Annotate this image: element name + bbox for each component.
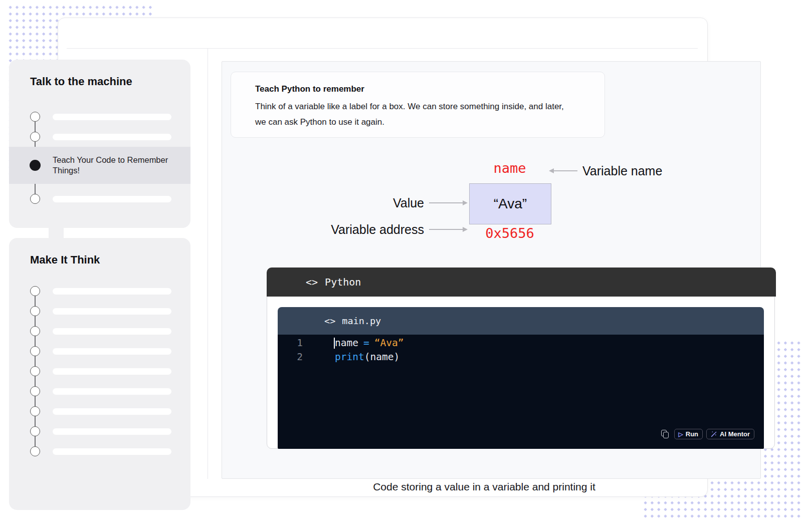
token-operator: = (363, 337, 369, 349)
ai-mentor-button-label: AI Mentor (720, 430, 750, 438)
stepper-placeholder-pill (53, 348, 171, 355)
step-circle-icon (30, 406, 40, 416)
code-text: name=“Ava” (303, 336, 404, 350)
step-circle-filled-icon (30, 160, 41, 171)
step-circle-icon (30, 306, 40, 316)
stepper-placeholder-pill (53, 408, 171, 415)
sidebar-section-make-it-think: Make It Think (9, 238, 190, 510)
code-editor-card: <> Python <> main.py 1 name=“Ava” 2 prin… (267, 268, 775, 449)
step-circle-icon (30, 426, 40, 436)
code-text: print(name) (303, 350, 399, 364)
editor-pane: <> main.py 1 name=“Ava” 2 print(name) ▷ … (278, 307, 764, 449)
token-arguments: (name) (364, 351, 399, 363)
editor-file-name: main.py (342, 316, 381, 326)
variable-name-arrow-icon (553, 170, 577, 171)
stepper-item[interactable] (9, 421, 190, 441)
lesson-card-body-line1: Think of a variable like a label for a b… (255, 99, 580, 114)
value-arrow-icon (429, 202, 463, 203)
stepper: Teach Your Code to Remember Things! (9, 107, 190, 209)
step-circle-icon (30, 346, 40, 356)
stepper-item[interactable] (9, 321, 190, 341)
stepper-placeholder-pill (53, 388, 171, 395)
run-button[interactable]: ▷ Run (674, 429, 703, 439)
code-line: 1 name=“Ava” (278, 336, 764, 350)
token-function: print (335, 351, 364, 363)
step-circle-icon (30, 132, 40, 142)
variable-value-box: “Ava” (469, 183, 551, 224)
ai-mentor-button[interactable]: AI Mentor (706, 429, 754, 439)
stepper-placeholder-pill (53, 428, 171, 435)
stepper-placeholder-pill (53, 308, 171, 315)
code-area[interactable]: 1 name=“Ava” 2 print(name) ▷ Run (278, 335, 764, 449)
stepper-item[interactable] (9, 281, 190, 301)
step-circle-icon (30, 386, 40, 396)
step-circle-icon (30, 366, 40, 376)
variable-address-label: Variable address (331, 222, 424, 237)
line-number: 2 (278, 350, 303, 364)
sidebar-section-talk-to-the-machine: Talk to the machine Teach Your Code to R… (9, 60, 190, 228)
address-arrow-icon (429, 229, 463, 230)
lesson-card-body-line2: we can ask Python to use it again. (255, 114, 580, 130)
stepper-placeholder-pill (53, 288, 171, 295)
stepper-item[interactable] (9, 127, 190, 147)
content-vertical-divider (208, 48, 208, 479)
step-circle-icon (30, 446, 40, 456)
token-string: “Ava” (374, 337, 404, 349)
stepper-item[interactable] (9, 381, 190, 401)
variable-value-text: “Ava” (494, 196, 527, 212)
variable-address-text: 0x5656 (465, 225, 555, 241)
window-header-divider (67, 48, 698, 49)
step-circle-icon (30, 194, 40, 204)
stepper-item[interactable] (9, 401, 190, 421)
stepper-placeholder-pill (53, 448, 171, 455)
code-brackets-icon: <> (324, 316, 335, 326)
stepper-item[interactable] (9, 107, 190, 127)
stepper-item[interactable] (9, 189, 190, 209)
step-circle-icon (30, 326, 40, 336)
variable-name-text: name (465, 160, 555, 176)
lesson-card-title: Teach Python to remember (255, 84, 580, 94)
stepper-placeholder-pill (53, 196, 171, 202)
editor-actions: ▷ Run AI Mentor (661, 429, 754, 439)
token-variable: name (335, 337, 358, 349)
stepper-item[interactable] (9, 301, 190, 321)
step-circle-icon (30, 112, 40, 122)
stepper-item-active[interactable]: Teach Your Code to Remember Things! (9, 147, 190, 184)
stepper (9, 281, 190, 461)
stepper-item[interactable] (9, 341, 190, 361)
lesson-card: Teach Python to remember Think of a vari… (231, 72, 605, 138)
sidebar-section-title: Make It Think (30, 253, 100, 267)
page: Teach Python to remember Think of a vari… (0, 0, 802, 532)
code-brackets-icon: <> (306, 276, 318, 288)
stepper-item[interactable] (9, 361, 190, 381)
editor-file-tab[interactable]: <> main.py (278, 307, 764, 335)
stepper-placeholder-pill (53, 328, 171, 335)
run-button-label: Run (686, 430, 698, 438)
code-line: 2 print(name) (278, 350, 764, 364)
figure-caption: Code storing a value in a variable and p… (208, 481, 761, 493)
code-editor-language-title: Python (325, 276, 361, 288)
copy-icon[interactable] (661, 430, 669, 439)
stepper-placeholder-pill (53, 368, 171, 375)
stepper-placeholder-pill (53, 114, 171, 120)
stepper-item[interactable] (9, 441, 190, 461)
stepper-placeholder-pill (53, 134, 171, 140)
stepper-item-label: Teach Your Code to Remember Things! (53, 155, 175, 176)
code-editor-header: <> Python (267, 268, 776, 297)
wand-icon (711, 431, 717, 437)
step-circle-icon (30, 286, 40, 296)
sidebar-card-connector (49, 225, 64, 239)
variable-name-label: Variable name (582, 164, 662, 178)
text-caret (334, 338, 335, 349)
line-number: 1 (278, 336, 303, 350)
value-label: Value (393, 196, 424, 210)
sidebar-section-title: Talk to the machine (30, 75, 132, 88)
play-icon: ▷ (679, 431, 683, 437)
